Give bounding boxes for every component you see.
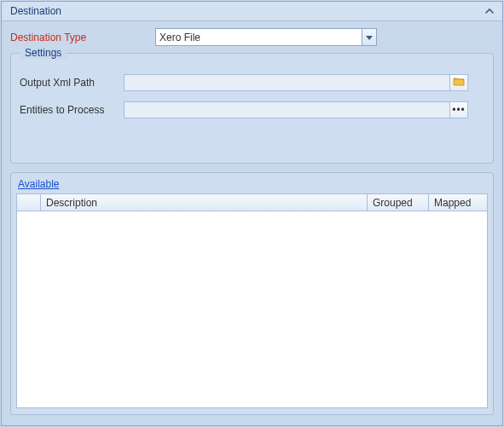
ellipsis-icon: •••	[452, 107, 466, 113]
settings-title: Settings	[20, 47, 67, 59]
destination-panel: Destination Destination Type Settings Ou…	[1, 1, 503, 426]
destination-type-dropdown-button[interactable]	[362, 28, 377, 46]
panel-header: Destination	[2, 2, 502, 21]
entities-row: Entities to Process •••	[20, 101, 484, 118]
destination-type-label: Destination Type	[10, 32, 155, 43]
output-path-label: Output Xml Path	[20, 77, 124, 89]
data-grid: Description Grouped Mapped	[16, 193, 488, 408]
destination-type-row: Destination Type	[10, 28, 494, 46]
column-description[interactable]: Description	[41, 194, 368, 211]
output-path-input-wrap	[124, 74, 468, 91]
panel-body: Destination Type Settings Output Xml Pat…	[2, 21, 502, 424]
column-grouped[interactable]: Grouped	[368, 194, 429, 211]
entities-label: Entities to Process	[20, 104, 124, 116]
column-mapped[interactable]: Mapped	[429, 194, 487, 211]
output-path-row: Output Xml Path	[20, 74, 484, 91]
output-path-browse-button[interactable]	[449, 74, 468, 91]
destination-type-combo[interactable]	[155, 28, 377, 46]
grid-panel: Available Description Grouped Mapped	[10, 172, 494, 415]
grid-header: Description Grouped Mapped	[17, 194, 487, 211]
collapse-icon[interactable]	[485, 5, 494, 17]
grid-gutter-header	[17, 194, 41, 211]
entities-input[interactable]	[124, 101, 449, 118]
grid-body[interactable]	[17, 211, 487, 407]
folder-icon	[453, 77, 465, 89]
chevron-down-icon	[366, 32, 373, 43]
output-path-input[interactable]	[124, 74, 449, 91]
entities-browse-button[interactable]: •••	[449, 101, 468, 118]
panel-title: Destination	[10, 5, 61, 17]
destination-type-input[interactable]	[155, 28, 362, 46]
entities-input-wrap: •••	[124, 101, 468, 118]
available-link[interactable]: Available	[16, 178, 61, 193]
settings-groupbox: Settings Output Xml Path	[10, 53, 494, 164]
